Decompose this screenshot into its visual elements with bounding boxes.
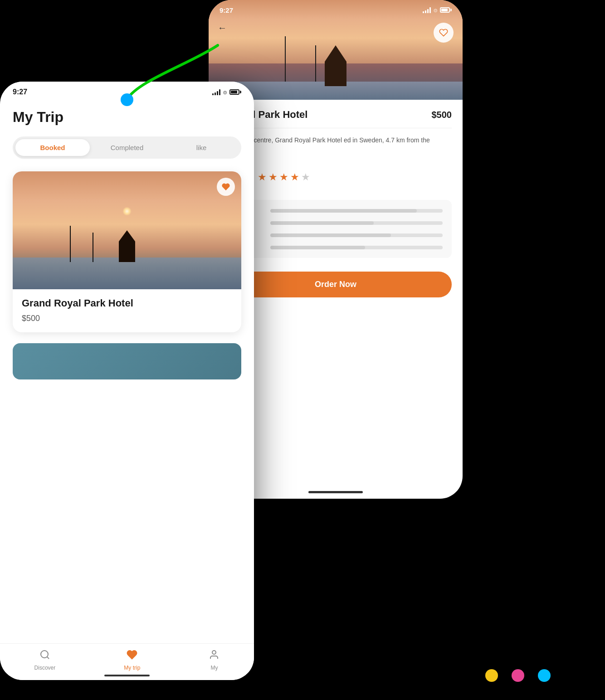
- rating-bars-section: om vice ition ce: [220, 200, 452, 258]
- bar-row-4: ce: [229, 244, 443, 251]
- hotel-title-row: d Royal Park Hotel $500: [220, 109, 452, 121]
- status-icons-back: ⌾: [423, 6, 452, 14]
- bar-track-1: [270, 209, 443, 213]
- status-bar-front: 9:27 ⌾: [0, 82, 254, 100]
- time-front: 9:27: [13, 88, 27, 96]
- star-3: ★: [279, 171, 288, 183]
- sunset-background: [13, 171, 241, 289]
- star-5: ★: [301, 171, 310, 183]
- nav-my[interactable]: My: [209, 649, 220, 671]
- yellow-dot: [485, 669, 498, 682]
- signal-icon-front: [212, 89, 220, 95]
- tabs-container: Booked Completed like: [13, 136, 241, 159]
- battery-icon-back: [440, 7, 452, 13]
- wifi-icon-front: ⌾: [223, 88, 227, 96]
- bar-fill-2: [270, 221, 374, 225]
- bar-track-3: [270, 233, 443, 237]
- signal-icon-back: [423, 7, 431, 13]
- card-favorite-button[interactable]: [217, 178, 235, 196]
- pink-dot: [512, 669, 524, 682]
- bar-row-3: ition: [229, 232, 443, 238]
- nav-my-label: My: [210, 665, 218, 671]
- person-icon: [209, 649, 220, 663]
- order-now-button[interactable]: Order Now: [220, 272, 452, 297]
- bar-row-2: vice: [229, 219, 443, 226]
- card-price: $500: [22, 314, 232, 323]
- nav-my-trip[interactable]: My trip: [124, 649, 140, 671]
- nav-my-trip-label: My trip: [124, 665, 140, 671]
- nav-discover[interactable]: Discover: [34, 649, 56, 671]
- bar-fill-1: [270, 209, 417, 213]
- color-dots: [485, 669, 551, 682]
- nav-discover-label: Discover: [34, 665, 56, 671]
- home-indicator-front: [104, 675, 150, 676]
- second-card-teaser: [13, 343, 241, 379]
- status-icons-front: ⌾: [212, 88, 241, 96]
- hotel-card[interactable]: Grand Royal Park Hotel $500: [13, 171, 241, 332]
- back-button[interactable]: ←: [218, 23, 227, 33]
- wifi-icon-back: ⌾: [434, 6, 437, 14]
- mast-1: [70, 226, 71, 262]
- home-indicator-back: [308, 491, 363, 493]
- tab-like[interactable]: like: [164, 139, 239, 156]
- hotel-price-detail: $500: [432, 110, 452, 120]
- tab-completed[interactable]: Completed: [90, 139, 164, 156]
- favorite-button-back[interactable]: [434, 23, 454, 43]
- svg-point-0: [41, 651, 48, 658]
- hotel-description: ng a fitness centre, Grand Royal Park Ho…: [220, 136, 452, 155]
- search-icon: [39, 649, 50, 663]
- star-2: ★: [268, 171, 278, 183]
- status-bar-back: 9:27 ⌾: [209, 0, 463, 20]
- star-4: ★: [290, 171, 299, 183]
- rating-section: 4.2 ★ ★ ★ ★ ★: [220, 164, 452, 191]
- bar-fill-4: [270, 246, 365, 249]
- heart-icon: [127, 649, 137, 663]
- star-1: ★: [258, 171, 267, 183]
- tab-booked[interactable]: Booked: [15, 139, 90, 156]
- time-back: 9:27: [220, 6, 233, 14]
- battery-icon-front: [229, 89, 241, 95]
- card-hotel-name: Grand Royal Park Hotel: [22, 297, 232, 309]
- hotel-card-image: [13, 171, 241, 289]
- bar-track-4: [270, 246, 443, 249]
- page-title: My Trip: [0, 100, 254, 136]
- my-trip-phone: 9:27 ⌾ My Trip Booked Completed like: [0, 82, 254, 680]
- bar-fill-3: [270, 233, 391, 237]
- divider-1: [220, 128, 452, 128]
- cyan-dot: [538, 669, 551, 682]
- svg-point-1: [212, 651, 216, 654]
- bar-track-2: [270, 221, 443, 225]
- water-reflection: [13, 258, 241, 289]
- card-info: Grand Royal Park Hotel $500: [13, 289, 241, 332]
- star-rating: ★ ★ ★ ★ ★: [258, 171, 310, 183]
- bar-row-1: om: [229, 207, 443, 214]
- mast-2: [93, 233, 93, 262]
- sun-glow: [122, 207, 132, 216]
